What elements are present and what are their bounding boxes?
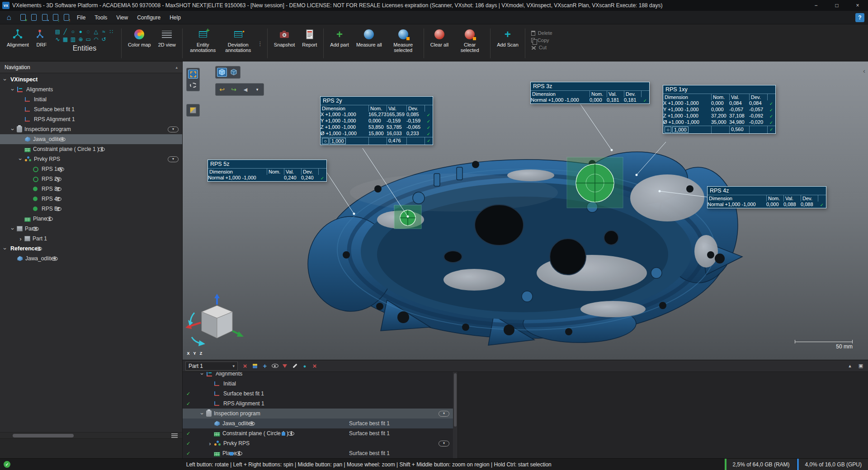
bottom-tool-button[interactable] — [260, 362, 269, 371]
export-icon[interactable] — [64, 14, 69, 21]
measure-all-button[interactable]: Measure all — [353, 27, 385, 49]
annotation-rps5z[interactable]: RPS 5z DimensionNom.Val.Dev. Normal +1,0… — [208, 160, 327, 182]
tree-item[interactable]: RPS 2y — [0, 174, 182, 184]
tree-item[interactable]: Jawa_odlitek — [0, 254, 182, 263]
expander-icon[interactable] — [18, 146, 24, 152]
import-icon[interactable] — [53, 14, 58, 21]
close-button[interactable]: × — [847, 0, 868, 11]
entity-tool-button[interactable]: ⊕ — [77, 36, 85, 43]
tree-row[interactable]: Surface best fit 1 — [183, 389, 453, 399]
row-adornment-icon[interactable] — [46, 217, 53, 221]
expander-icon[interactable] — [2, 245, 8, 252]
bottom-tool-button[interactable] — [250, 362, 259, 371]
entity-tool-button[interactable]: △ — [92, 28, 100, 36]
deviation-annotations-button[interactable]: Deviation annotations — [221, 27, 255, 55]
tree-item[interactable]: Surface best fit 1 — [0, 104, 182, 114]
menu-item[interactable]: File — [72, 12, 90, 23]
entity-tool-button[interactable]: ∷ — [108, 28, 115, 36]
rectangle-select-button[interactable] — [188, 70, 198, 79]
add-scan-button[interactable]: + Add Scan — [494, 27, 522, 49]
tree-item[interactable]: Part 1 — [0, 234, 182, 244]
collapse-right-panel-icon[interactable]: ‹ — [863, 67, 865, 75]
expander-icon[interactable] — [18, 96, 24, 103]
row-adornment-icon[interactable] — [98, 147, 105, 151]
view-options-button[interactable]: ▾ — [252, 85, 262, 94]
lasso-select-button[interactable] — [188, 80, 198, 89]
menu-item[interactable]: Help — [165, 12, 185, 23]
part-tree-scrollbar[interactable] — [453, 372, 458, 458]
bottom-tool-button[interactable] — [290, 362, 299, 371]
tree-item[interactable]: References — [0, 244, 182, 254]
row-adornment-icon[interactable] — [55, 187, 61, 191]
cut-button[interactable]: Cut — [531, 45, 552, 50]
axis-letter[interactable]: X — [185, 350, 191, 356]
maximize-button[interactable]: □ — [826, 0, 847, 11]
layers-button[interactable] — [188, 106, 198, 115]
orientation-cube[interactable] — [184, 293, 244, 348]
tree-row[interactable]: Constraint plane ( Circle 1 ) 1 Surface … — [183, 428, 453, 438]
tree-item[interactable]: RPS 1xy — [0, 164, 182, 174]
save-session-icon[interactable] — [42, 14, 47, 21]
3d-viewport[interactable]: ↩ ↪ ◀ ▾ ‹ RPS 2y DimensionNom.Val.Dev. X — [183, 61, 868, 360]
expander-icon[interactable] — [207, 430, 213, 437]
bottom-tool-button[interactable] — [310, 362, 319, 371]
navigation-header[interactable]: Navigation ▴ — [0, 61, 182, 73]
entity-tool-button[interactable]: ∿ — [54, 36, 61, 43]
clear-selected-button[interactable]: Clear selected — [453, 27, 487, 55]
expander-icon[interactable] — [199, 410, 205, 417]
bottom-tool-button[interactable] — [270, 362, 279, 371]
entity-tool-button[interactable]: ◠ — [92, 36, 100, 43]
expander-icon[interactable] — [18, 106, 24, 113]
expander-icon[interactable] — [207, 420, 213, 427]
open-session-icon[interactable] — [31, 14, 37, 21]
expander-icon[interactable] — [25, 186, 31, 192]
annotation-rps3z[interactable]: RPS 3z DimensionNom.Val.Dev. Normal +1,0… — [530, 82, 650, 104]
expander-icon[interactable] — [18, 116, 24, 122]
color-map-button[interactable]: Color map — [125, 27, 154, 49]
home-icon[interactable]: ⌂ — [4, 13, 14, 22]
row-adornment-icon[interactable] — [59, 137, 66, 141]
scrollbar-thumb[interactable] — [13, 434, 74, 437]
tree-item[interactable]: Alignments — [0, 85, 182, 94]
row-adornment-icon[interactable] — [55, 197, 61, 201]
entity-annotations-button[interactable]: Entity annotations — [186, 27, 220, 55]
tree-item[interactable]: Jawa_odlitek — [0, 134, 182, 144]
menu-item[interactable]: View — [112, 12, 132, 23]
expander-icon[interactable] — [18, 216, 24, 222]
entity-tool-button[interactable]: ▤ — [54, 28, 61, 36]
entity-tool-button[interactable]: ↺ — [100, 36, 108, 43]
bottom-tool-button[interactable] — [241, 362, 250, 371]
delete-button[interactable]: Delete — [531, 30, 552, 36]
row-adornment-icon[interactable] — [236, 451, 242, 456]
tree-item[interactable]: VXinspect — [0, 75, 182, 85]
help-icon[interactable]: ? — [855, 13, 864, 22]
tree-row[interactable]: RPS Alignment 1 — [183, 399, 453, 409]
drf-button[interactable]: DRF — [33, 27, 50, 49]
expander-icon[interactable] — [207, 440, 213, 446]
tree-item[interactable]: Plane 1 — [0, 214, 182, 224]
tree-row[interactable]: Initial — [183, 379, 453, 389]
row-adornment-icon[interactable] — [32, 227, 39, 231]
tree-item[interactable]: RPS 3z — [0, 184, 182, 194]
list-view-icon[interactable] — [171, 433, 178, 438]
report-button[interactable]: Report — [299, 27, 320, 49]
row-adornment-icon[interactable] — [439, 441, 449, 446]
tree-item[interactable]: Prvky RPS — [0, 154, 182, 164]
tree-row[interactable]: Inspection program — [183, 409, 453, 418]
solid-view-button[interactable] — [217, 68, 227, 77]
row-adornment-icon[interactable] — [55, 177, 61, 181]
row-adornment-icon[interactable] — [35, 247, 42, 251]
entity-tool-button[interactable]: ≈ — [100, 28, 108, 36]
expander-icon[interactable] — [207, 390, 213, 397]
entity-tool-button[interactable]: ◌ — [85, 28, 92, 36]
measure-selected-button[interactable]: Measure selected — [386, 27, 420, 55]
snapshot-button[interactable]: Snapshot — [271, 27, 298, 49]
entity-tool-button[interactable]: ▦ — [61, 36, 69, 43]
part-selector[interactable]: Part 1 ▾ — [185, 362, 238, 371]
overflow-icon[interactable]: ⋮ — [256, 40, 264, 47]
dock-panel-button[interactable]: ▣ — [856, 362, 865, 371]
expander-icon[interactable] — [18, 156, 24, 162]
entity-tool-button[interactable]: ╱ — [61, 28, 69, 36]
tree-row[interactable]: Alignments — [183, 372, 453, 379]
previous-view-button[interactable]: ↩ — [217, 85, 227, 94]
